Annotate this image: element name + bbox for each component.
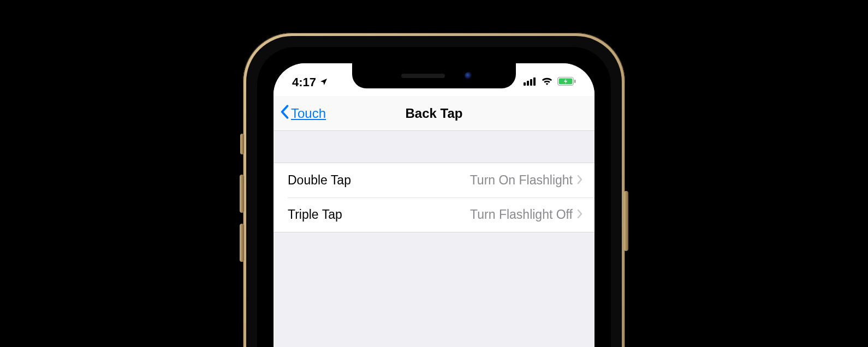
svg-rect-0 [524, 82, 526, 86]
volume-down-button[interactable] [240, 224, 244, 262]
front-camera [465, 72, 472, 80]
status-time: 4:17 [292, 75, 316, 89]
battery-charging-icon [557, 77, 576, 88]
phone-frame: 4:17 [243, 33, 625, 347]
row-detail: Turn On Flashlight [470, 173, 573, 188]
status-left: 4:17 [292, 70, 328, 89]
wifi-icon [541, 77, 553, 88]
status-right [524, 71, 576, 88]
svg-rect-2 [530, 79, 532, 86]
screen: 4:17 [274, 63, 594, 347]
row-triple-tap[interactable]: Triple Tap Turn Flashlight Off [274, 198, 594, 232]
row-label: Double Tap [288, 173, 470, 188]
chevron-right-icon [577, 207, 582, 222]
svg-rect-1 [527, 81, 529, 86]
svg-rect-6 [574, 80, 576, 83]
section-header-gap [274, 131, 594, 163]
navigation-bar: Touch Back Tap [274, 96, 594, 131]
notch [352, 63, 516, 88]
row-detail: Turn Flashlight Off [470, 207, 573, 222]
row-label: Triple Tap [288, 207, 470, 222]
stage: 4:17 [0, 0, 868, 347]
volume-up-button[interactable] [240, 175, 244, 213]
back-button[interactable]: Touch [280, 96, 326, 130]
row-double-tap[interactable]: Double Tap Turn On Flashlight [274, 163, 594, 198]
settings-table: Double Tap Turn On Flashlight Triple Tap… [274, 131, 594, 347]
cellular-signal-icon [524, 77, 537, 88]
side-button[interactable] [624, 191, 628, 251]
bezel: 4:17 [257, 47, 611, 347]
page-title: Back Tap [406, 106, 463, 121]
location-arrow-icon [319, 75, 328, 89]
chevron-left-icon [280, 105, 289, 122]
phone-inner: 4:17 [246, 36, 622, 347]
earpiece-speaker [401, 74, 445, 78]
back-label: Touch [291, 106, 326, 121]
svg-rect-3 [533, 77, 536, 86]
mute-switch[interactable] [240, 134, 244, 154]
chevron-right-icon [577, 173, 582, 188]
